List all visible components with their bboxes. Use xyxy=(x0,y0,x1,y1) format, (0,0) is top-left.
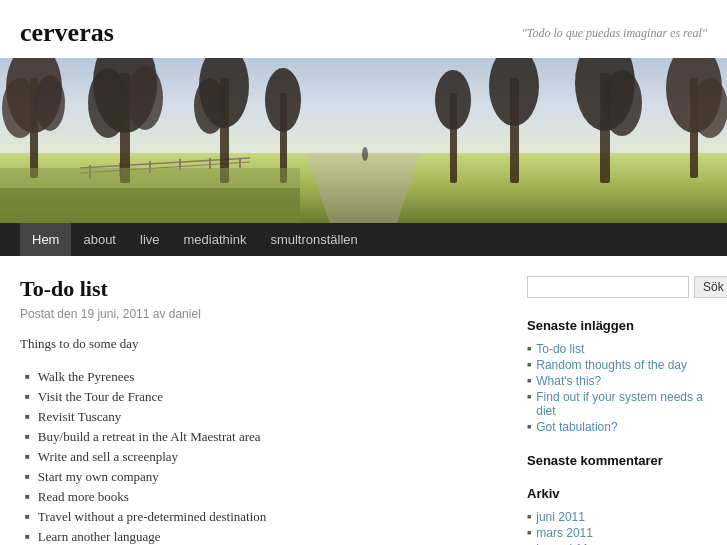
svg-point-34 xyxy=(362,147,368,161)
list-item: Buy/build a retreat in the Alt Maestrat … xyxy=(25,427,497,447)
svg-point-18 xyxy=(127,66,163,130)
svg-point-26 xyxy=(692,78,727,138)
recent-posts-heading: Senaste inläggen xyxy=(527,318,707,333)
list-item: juni 2011 xyxy=(527,509,707,525)
nav-item-smultronstallen[interactable]: smultronställen xyxy=(258,223,369,256)
search-button[interactable]: Sök xyxy=(694,276,727,298)
svg-rect-36 xyxy=(0,188,300,223)
list-item: Visit the Tour de France xyxy=(25,387,497,407)
svg-point-21 xyxy=(194,78,226,134)
svg-point-23 xyxy=(265,68,301,132)
recent-posts-list: To-do list Random thoughts of the day Wh… xyxy=(527,341,707,435)
main-content: To-do list Postat den 19 juni, 2011 av d… xyxy=(20,276,497,545)
list-item: To-do list xyxy=(527,341,707,357)
svg-point-17 xyxy=(88,68,128,138)
archive-section: Arkiv juni 2011 mars 2011 januari 11 dec… xyxy=(527,486,707,545)
recent-post-link[interactable]: What's this? xyxy=(536,374,601,388)
list-item: Travel without a pre-determined destinat… xyxy=(25,507,497,527)
nav-item-live[interactable]: live xyxy=(128,223,172,256)
post-title: To-do list xyxy=(20,276,497,302)
svg-point-33 xyxy=(435,70,471,130)
todo-list: Walk the Pyrenees Visit the Tour de Fran… xyxy=(25,367,497,545)
list-item: mars 2011 xyxy=(527,525,707,541)
search-box: Sök xyxy=(527,276,707,298)
archive-link[interactable]: mars 2011 xyxy=(536,526,593,540)
list-item: Revisit Tuscany xyxy=(25,407,497,427)
recent-post-link[interactable]: Random thoughts of the day xyxy=(536,358,687,372)
navigation: Hem about live mediathink smultronställe… xyxy=(0,223,727,256)
svg-point-29 xyxy=(602,70,642,136)
list-item: Write and sell a screenplay xyxy=(25,447,497,467)
post-meta: Postat den 19 juni, 2011 av daniel xyxy=(20,307,497,321)
list-item: Got tabulation? xyxy=(527,419,707,435)
list-item: Walk the Pyrenees xyxy=(25,367,497,387)
post-intro: Things to do some day xyxy=(20,336,497,352)
svg-point-13 xyxy=(2,78,38,138)
archive-link[interactable]: juni 2011 xyxy=(536,510,585,524)
list-item: Read more books xyxy=(25,487,497,507)
list-item: Find out if your system needs a diet xyxy=(527,389,707,419)
list-item: Learn another language xyxy=(25,527,497,545)
recent-post-link[interactable]: To-do list xyxy=(536,342,584,356)
recent-post-link[interactable]: Find out if your system needs a diet xyxy=(536,390,707,418)
svg-point-14 xyxy=(35,75,65,131)
search-input[interactable] xyxy=(527,276,689,298)
archive-list: juni 2011 mars 2011 januari 11 december … xyxy=(527,509,707,545)
archive-heading: Arkiv xyxy=(527,486,707,501)
recent-comments-heading: Senaste kommentarer xyxy=(527,453,707,468)
recent-post-link[interactable]: Got tabulation? xyxy=(536,420,617,434)
recent-posts-section: Senaste inläggen To-do list Random thoug… xyxy=(527,318,707,435)
nav-item-about[interactable]: about xyxy=(71,223,128,256)
nav-item-mediathink[interactable]: mediathink xyxy=(172,223,259,256)
sidebar: Sök Senaste inläggen To-do list Random t… xyxy=(527,276,707,545)
recent-comments-section: Senaste kommentarer xyxy=(527,453,707,468)
nav-item-hem[interactable]: Hem xyxy=(20,223,71,256)
list-item: januari 11 xyxy=(527,541,707,545)
tagline: "Todo lo que puedas imaginar es real" xyxy=(522,26,707,41)
banner-image xyxy=(0,58,727,223)
list-item: Start my own company xyxy=(25,467,497,487)
site-title: cerveras xyxy=(20,18,114,48)
list-item: Random thoughts of the day xyxy=(527,357,707,373)
list-item: What's this? xyxy=(527,373,707,389)
